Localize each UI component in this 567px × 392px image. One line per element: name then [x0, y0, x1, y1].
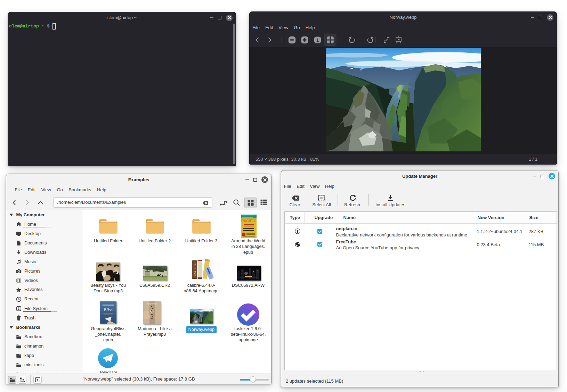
svg-text:CALIBRE: CALIBRE	[193, 263, 196, 276]
svg-text:1: 1	[316, 38, 319, 43]
svg-text:Bliss: Bliss	[104, 307, 113, 312]
svg-text:PACIFIC: PACIFIC	[241, 219, 256, 223]
svg-text:MADONNA: MADONNA	[147, 303, 157, 305]
